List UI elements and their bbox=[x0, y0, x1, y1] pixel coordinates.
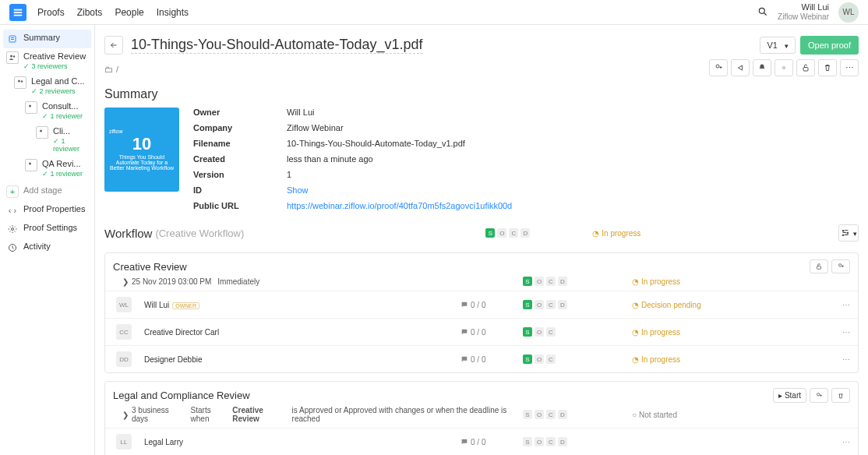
user-name: Will Lui bbox=[778, 2, 829, 12]
workflow-heading: Workflow bbox=[104, 227, 152, 240]
svg-point-7 bbox=[40, 130, 42, 132]
user-menu[interactable]: Will Lui Ziflow Webinar bbox=[778, 2, 829, 22]
svg-point-12 bbox=[783, 67, 785, 69]
proof-thumbnail[interactable]: ziflow 10 Things You Should Automate Tod… bbox=[104, 108, 179, 192]
sidebar-add-stage[interactable]: + Add stage bbox=[3, 182, 91, 201]
stage-delete-button[interactable] bbox=[831, 388, 850, 403]
svg-point-4 bbox=[18, 80, 20, 83]
stage-start-button[interactable]: ▸Start bbox=[773, 388, 806, 403]
reviewer-row: WL Will LuiOWNER 0 / 0 SOCD Decision pen… bbox=[105, 291, 858, 318]
expand-icon[interactable]: ❯ bbox=[122, 411, 129, 419]
sidebar-stage-qa[interactable]: QA Revi...1 reviewer bbox=[3, 156, 91, 181]
sidebar-stage-legal[interactable]: Legal and C...2 reviewers bbox=[3, 73, 91, 98]
workflow-badges: SOCD bbox=[485, 228, 530, 238]
settings-button[interactable] bbox=[774, 59, 793, 76]
svg-point-5 bbox=[21, 80, 23, 83]
sidebar-stage-client[interactable]: Cli...1 reviewer bbox=[3, 123, 91, 156]
nav-proofs[interactable]: Proofs bbox=[37, 7, 65, 18]
svg-point-11 bbox=[716, 65, 719, 68]
people-icon bbox=[25, 101, 37, 114]
page-title[interactable]: 10-Things-You-Should-Automate-Today_v1.p… bbox=[131, 37, 423, 54]
nav-zibots[interactable]: Zibots bbox=[77, 7, 103, 18]
add-person-button[interactable] bbox=[709, 59, 728, 76]
stage-lock-button[interactable] bbox=[810, 259, 828, 273]
app-logo[interactable] bbox=[9, 4, 26, 21]
delete-button[interactable] bbox=[818, 59, 837, 76]
stage-legal-review: Legal and Compliance Review ▸Start ❯ 3 b… bbox=[104, 381, 859, 455]
stage-add-person-button[interactable] bbox=[810, 388, 828, 403]
people-icon bbox=[36, 126, 48, 139]
sidebar-proof-settings[interactable]: Proof Settings bbox=[3, 220, 91, 238]
svg-point-2 bbox=[10, 55, 12, 58]
share-button[interactable] bbox=[731, 59, 750, 76]
unlock-button[interactable] bbox=[796, 59, 815, 76]
sidebar-stage-creative[interactable]: Creative Review 3 reviewers bbox=[3, 48, 91, 73]
sidebar-proof-properties[interactable]: ‹ › Proof Properties bbox=[3, 201, 91, 220]
workflow-settings-button[interactable] bbox=[838, 224, 859, 242]
chevron-down-icon bbox=[782, 41, 789, 50]
reviewer-more-button[interactable]: ⋯ bbox=[819, 355, 850, 364]
people-icon bbox=[25, 159, 37, 171]
summary-heading: Summary bbox=[104, 87, 859, 101]
svg-point-8 bbox=[29, 163, 31, 165]
svg-rect-14 bbox=[817, 266, 821, 270]
sidebar-stage-consult[interactable]: Consult...1 reviewer bbox=[3, 98, 91, 123]
gear-icon bbox=[6, 223, 19, 235]
expand-icon: ‹ › bbox=[6, 204, 19, 217]
expand-icon[interactable]: ❯ bbox=[122, 277, 129, 286]
sidebar-activity[interactable]: Activity bbox=[3, 238, 91, 257]
svg-point-9 bbox=[12, 228, 14, 231]
svg-point-0 bbox=[759, 8, 764, 13]
reviewer-row: DD Designer Debbie 0 / 0 SOC In progress… bbox=[105, 345, 858, 372]
svg-point-3 bbox=[13, 55, 16, 58]
more-button[interactable]: ⋯ bbox=[840, 59, 859, 76]
nav-insights[interactable]: Insights bbox=[157, 7, 189, 18]
summary-table: OwnerWill Lui CompanyZiflow Webinar File… bbox=[193, 108, 512, 210]
version-select[interactable]: V1 bbox=[760, 37, 795, 54]
avatar[interactable]: WL bbox=[838, 2, 859, 23]
back-button[interactable] bbox=[104, 36, 123, 55]
org-name: Ziflow Webinar bbox=[778, 12, 829, 22]
svg-point-15 bbox=[839, 264, 842, 266]
svg-point-16 bbox=[817, 393, 820, 395]
reviewer-more-button[interactable]: ⋯ bbox=[819, 438, 850, 446]
breadcrumb[interactable]: 🗀/ bbox=[104, 65, 118, 79]
svg-point-6 bbox=[29, 105, 31, 108]
reviewer-row: LL Legal Larry 0 / 0 SOCD ⋯ bbox=[105, 428, 858, 455]
folder-icon: 🗀 bbox=[104, 65, 113, 74]
search-icon[interactable] bbox=[757, 6, 768, 19]
svg-rect-13 bbox=[803, 68, 808, 72]
sidebar-summary[interactable]: Summary bbox=[3, 30, 91, 48]
stage-add-person-button[interactable] bbox=[831, 259, 850, 273]
people-icon bbox=[14, 76, 26, 89]
workflow-status: In progress bbox=[592, 229, 640, 238]
reviewer-more-button[interactable]: ⋯ bbox=[819, 301, 850, 309]
stage-title: Legal and Compliance Review bbox=[113, 390, 250, 401]
public-url-link[interactable]: https://webinar.ziflow.io/proof/40tfa70m… bbox=[287, 201, 512, 210]
open-proof-button[interactable]: Open proof bbox=[800, 36, 859, 55]
workflow-name: (Creative Workflow) bbox=[155, 227, 244, 239]
plus-icon: + bbox=[6, 185, 19, 198]
summary-icon bbox=[6, 33, 19, 45]
history-icon bbox=[6, 242, 19, 254]
stage-title: Creative Review bbox=[113, 261, 187, 273]
reviewer-more-button[interactable]: ⋯ bbox=[819, 328, 850, 337]
show-id-link[interactable]: Show bbox=[287, 185, 309, 195]
people-icon bbox=[6, 51, 19, 64]
reviewer-row: CC Creative Director Carl 0 / 0 SOC In p… bbox=[105, 318, 858, 345]
stage-creative-review: Creative Review ❯ 25 Nov 2019 03:00 PM I… bbox=[104, 252, 859, 373]
notifications-button[interactable] bbox=[753, 59, 771, 76]
nav-people[interactable]: People bbox=[115, 7, 143, 18]
